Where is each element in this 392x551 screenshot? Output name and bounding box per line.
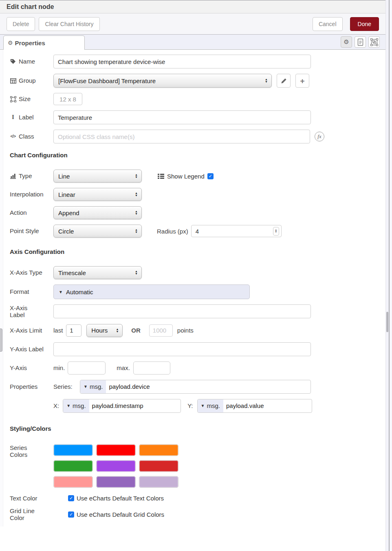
caret-down-icon: ▼ <box>66 403 70 408</box>
point-style-select[interactable]: Circle ▲▼ <box>53 225 142 238</box>
y-axis-label-input[interactable] <box>53 342 311 356</box>
series-color-swatch-4[interactable] <box>53 460 93 472</box>
x-property-text: X: <box>53 402 59 409</box>
show-legend-group: Show Legend ✓ <box>158 173 214 180</box>
add-group-button[interactable]: + <box>295 74 309 88</box>
tab-properties-label: Properties <box>15 40 45 46</box>
gear-icon: ⚙ <box>8 40 13 46</box>
series-color-swatch-1[interactable] <box>53 444 93 456</box>
interpolation-row: Interpolation Linear ▲▼ <box>10 188 385 201</box>
points-text: points <box>177 327 194 334</box>
document-icon <box>357 38 363 46</box>
msg-type-chip[interactable]: ▼ msg. <box>198 399 223 412</box>
done-button[interactable]: Done <box>350 17 379 31</box>
select-arrows-icon: ▲▼ <box>262 78 268 83</box>
x-limit-points-input[interactable] <box>149 324 173 337</box>
scrollbar-track[interactable] <box>386 0 389 551</box>
type-select[interactable]: Line ▲▼ <box>53 170 142 183</box>
interpolation-select[interactable]: Linear ▲▼ <box>53 188 142 201</box>
x-axis-type-label: X-Axis Type <box>10 269 53 276</box>
clear-chart-history-button[interactable]: Clear Chart History <box>39 17 99 31</box>
series-color-swatch-9[interactable] <box>139 476 178 488</box>
node-description-button[interactable] <box>355 36 366 48</box>
size-button[interactable]: 12 x 8 <box>53 93 82 105</box>
last-text: last <box>53 327 63 334</box>
min-text: min. <box>53 364 65 371</box>
gear-icon: ⚙ <box>344 38 349 46</box>
node-settings-button[interactable]: ⚙ <box>341 36 352 48</box>
select-arrows-icon: ▲▼ <box>132 229 138 234</box>
scrollbar-thumb[interactable] <box>386 312 388 332</box>
number-stepper-icon[interactable]: ▲▼ <box>273 227 279 236</box>
y-min-input[interactable] <box>68 361 106 375</box>
tray-left-edge <box>0 50 3 527</box>
x-axis-type-select[interactable]: Timescale ▲▼ <box>53 266 142 279</box>
x-property-typed-input[interactable]: ▼ msg. payload.timestamp <box>63 399 181 413</box>
series-color-swatch-2[interactable] <box>96 444 136 456</box>
grid-color-row: Grid Line Color ✓ Use eCharts Default Gr… <box>10 507 385 522</box>
action-select-value: Append <box>58 209 79 216</box>
action-row: Action Append ▲▼ <box>10 206 385 219</box>
series-typed-input[interactable]: ▼ msg. payload.device <box>80 380 311 394</box>
series-color-swatch-7[interactable] <box>53 476 93 488</box>
dialog-header: Edit chart node <box>0 0 385 13</box>
rail-divider <box>389 0 390 551</box>
scrollbar-rail <box>385 0 392 551</box>
grid-color-checkbox[interactable]: ✓ <box>68 511 74 518</box>
select-arrows-icon: ▲▼ <box>132 174 138 179</box>
radius-label: Radius (px) <box>157 228 188 235</box>
radius-value: 4 <box>196 228 273 235</box>
x-axis-label-label: X-Axis Label <box>10 304 38 319</box>
interpolation-select-value: Linear <box>58 191 75 198</box>
dialog-toolbar: Delete Clear Chart History Cancel Done <box>0 13 385 35</box>
properties-form: Name Group [FlowFuse Dashboard] Temperat… <box>0 50 385 521</box>
x-axis-type-row: X-Axis Type Timescale ▲▼ <box>10 266 385 279</box>
x-limit-unit-select[interactable]: Hours ▲▼ <box>86 324 123 337</box>
chart-configuration-heading: Chart Configuration <box>10 152 385 159</box>
tray-resize-handle[interactable] <box>0 328 2 352</box>
series-color-swatch-5[interactable] <box>96 460 136 472</box>
series-color-swatch-3[interactable] <box>139 444 178 456</box>
label-input[interactable] <box>53 110 311 124</box>
type-select-value: Line <box>58 173 70 180</box>
tab-icon-buttons: ⚙ <box>341 36 380 48</box>
delete-button[interactable]: Delete <box>7 17 35 31</box>
edit-group-button[interactable] <box>277 74 291 88</box>
series-color-swatch-6[interactable] <box>139 460 178 472</box>
cancel-button[interactable]: Cancel <box>313 17 343 31</box>
tab-properties[interactable]: ⚙ Properties <box>3 35 85 50</box>
series-color-swatch-8[interactable] <box>96 476 136 488</box>
msg-type-chip[interactable]: ▼ msg. <box>80 380 106 393</box>
y-property-text: Y: <box>187 402 193 409</box>
text-color-checkbox[interactable]: ✓ <box>68 495 74 501</box>
x-limit-value-input[interactable] <box>66 324 81 337</box>
action-select[interactable]: Append ▲▼ <box>53 206 142 219</box>
class-input[interactable] <box>53 130 310 143</box>
styling-colors-heading: Styling/Colors <box>10 425 385 432</box>
series-property-row: Properties Series: ▼ msg. payload.device <box>10 380 385 394</box>
show-legend-checkbox[interactable]: ✓ <box>207 173 214 179</box>
x-limit-unit-value: Hours <box>91 327 108 334</box>
y-axis-label: Y-Axis <box>10 364 53 371</box>
dialog-title: Edit chart node <box>7 3 54 11</box>
caret-down-icon: ▼ <box>59 290 63 294</box>
msg-type-chip[interactable]: ▼ msg. <box>63 399 89 412</box>
group-select-value: [FlowFuse Dashboard] Temperature <box>58 77 156 84</box>
properties-label: Properties <box>10 383 53 390</box>
radius-input[interactable]: 4 ▲▼ <box>191 225 282 237</box>
group-select[interactable]: [FlowFuse Dashboard] Temperature ▲▼ <box>53 74 272 88</box>
axis-configuration-heading: Axis Configuration <box>10 248 385 255</box>
type-label: Type <box>10 172 53 179</box>
select-arrows-icon: ▲▼ <box>132 192 138 197</box>
y-max-input[interactable] <box>133 361 170 375</box>
x-axis-label-input[interactable] <box>53 304 311 318</box>
node-appearance-button[interactable] <box>368 36 380 48</box>
y-property-typed-input[interactable]: ▼ msg. payload.value <box>197 399 312 413</box>
msg-prefix: msg. <box>90 383 103 390</box>
format-dropdown[interactable]: ▼ Automatic <box>53 284 250 299</box>
format-dropdown-value: Automatic <box>66 289 93 295</box>
series-text: Series: <box>53 383 80 390</box>
xy-property-row: X: ▼ msg. payload.timestamp Y: ▼ msg. pa… <box>10 399 385 413</box>
name-input[interactable] <box>53 55 311 68</box>
resize-icon <box>10 96 16 102</box>
